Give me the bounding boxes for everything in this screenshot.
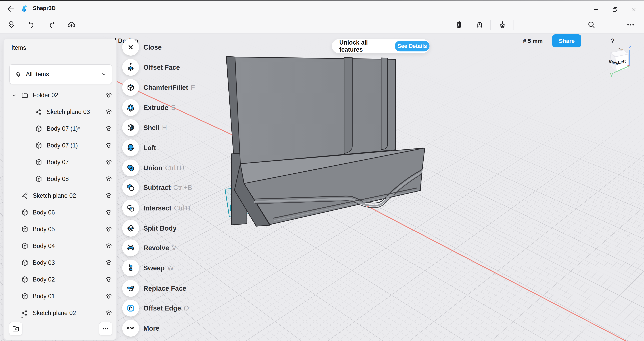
cloud-sync-icon[interactable] — [64, 16, 80, 33]
tree-item-body-08[interactable]: Body 08 — [4, 171, 117, 187]
tool-revolve[interactable]: RevolveV — [122, 240, 176, 256]
undo-button[interactable] — [24, 16, 40, 33]
tree-item-label: Sketch plane 02 — [33, 192, 76, 199]
clipped-item-partial — [19, 316, 26, 318]
tool-offset-face[interactable]: Offset Face — [122, 59, 180, 76]
close-window-button[interactable] — [624, 2, 643, 17]
visibility-eye-icon[interactable] — [105, 225, 113, 233]
union-icon — [126, 163, 135, 173]
expander-chevron-icon[interactable] — [11, 92, 17, 98]
tree-item-label: Body 07 (1)* — [46, 125, 80, 132]
visibility-eye-icon[interactable] — [105, 141, 113, 149]
visibility-eye-icon[interactable] — [105, 208, 113, 217]
snapping-magnet-icon[interactable] — [472, 16, 488, 33]
tool-label: Offset Edge — [144, 305, 181, 312]
tool-offset-edge[interactable]: Offset EdgeO — [122, 300, 189, 317]
tool-loft[interactable]: Loft — [122, 139, 156, 156]
back-button[interactable] — [6, 5, 16, 13]
tool-subtract[interactable]: SubtractCtrl+B — [122, 179, 192, 196]
more-options-icon[interactable] — [622, 16, 639, 33]
visibility-eye-icon[interactable] — [105, 259, 113, 267]
body-cube-icon — [21, 225, 29, 234]
tree-item-folder-02[interactable]: Folder 02 — [4, 87, 117, 104]
tool-label: Close — [144, 43, 162, 51]
units-setting[interactable]: # 5 mm — [521, 35, 545, 47]
visibility-eye-icon[interactable] — [105, 242, 113, 250]
tree-item-body-01[interactable]: Body 01 — [4, 288, 117, 305]
tree-item-label: Body 04 — [33, 243, 55, 250]
tree-item-body-02[interactable]: Body 02 — [4, 271, 117, 288]
tool-shell[interactable]: ShellH — [122, 119, 167, 136]
visibility-eye-icon[interactable] — [105, 292, 113, 300]
offset-edge-icon — [126, 304, 135, 313]
orientation-cube[interactable]: Top Back Left z y — [602, 44, 641, 77]
items-panel-title: Items — [12, 44, 26, 51]
tree-item-body-04[interactable]: Body 04 — [4, 238, 117, 254]
tree-item-body-07-1-[interactable]: Body 07 (1)* — [4, 120, 117, 137]
tool-chamfer-fillet[interactable]: Chamfer/FilletF — [122, 79, 195, 96]
tree-item-sketch-plane-02[interactable]: Sketch plane 02 — [4, 187, 117, 204]
visibility-eye-icon[interactable] — [105, 125, 113, 133]
section-view-icon[interactable] — [451, 16, 467, 33]
tree-item-body-07-1-[interactable]: Body 07 (1) — [4, 137, 117, 154]
tool-close[interactable]: Close — [122, 39, 162, 56]
tree-item-body-05[interactable]: Body 05 — [4, 221, 117, 238]
sidebar-more-button[interactable] — [99, 322, 112, 336]
tool-extrude[interactable]: ExtrudeE — [122, 99, 176, 116]
tool-shortcut: E — [171, 104, 176, 111]
tool-split-body[interactable]: Split Body — [122, 220, 176, 237]
visibility-eye-icon[interactable] — [105, 108, 113, 116]
tool-sweep[interactable]: SweepW — [122, 260, 174, 276]
tool-union[interactable]: UnionCtrl+U — [122, 160, 184, 176]
visibility-eye-icon[interactable] — [105, 91, 113, 99]
tool-intersect[interactable]: IntersectCtrl+I — [122, 200, 190, 217]
items-filter-dropdown[interactable]: All Items — [10, 64, 112, 84]
tool-shortcut: Ctrl+B — [173, 184, 192, 191]
titlebar: Shapr3D — [0, 1, 644, 16]
model-body[interactable] — [226, 56, 425, 226]
body-cube-icon — [35, 175, 42, 183]
body-cube-icon — [35, 125, 42, 133]
tool-shortcut: W — [167, 264, 174, 272]
restore-button[interactable] — [606, 2, 624, 17]
chamfer-fillet-icon — [126, 83, 135, 92]
share-button[interactable]: Share — [552, 34, 581, 47]
minimize-button[interactable] — [586, 2, 606, 17]
grid-settings-icon[interactable] — [494, 16, 510, 33]
visibility-eye-icon[interactable] — [105, 192, 113, 200]
history-steps-icon[interactable] — [3, 16, 20, 33]
revolve-icon — [126, 243, 135, 253]
tool-label: Loft — [144, 144, 156, 152]
tool-label: Sweep — [144, 264, 165, 272]
shell-icon — [126, 123, 135, 132]
close-icon — [126, 42, 135, 52]
tree-item-label: Sketch plane 03 — [46, 108, 90, 115]
tree-item-body-03[interactable]: Body 03 — [4, 254, 117, 271]
tool-label: Chamfer/Fillet — [144, 84, 188, 91]
see-details-button[interactable]: See Details — [395, 41, 430, 51]
unlock-features-text: Unlock all features — [339, 39, 391, 53]
tree-item-body-07[interactable]: Body 07 — [4, 154, 117, 171]
tree-item-body-06[interactable]: Body 06 — [4, 204, 117, 221]
tool-label: Split Body — [144, 225, 176, 232]
shapr3d-logo-icon — [20, 4, 29, 13]
visibility-eye-icon[interactable] — [105, 175, 113, 183]
model-wall-groove-1 — [344, 57, 352, 153]
visibility-eye-icon[interactable] — [105, 276, 113, 284]
tool-label: Union — [144, 164, 162, 172]
redo-button[interactable] — [44, 16, 60, 33]
add-folder-button[interactable] — [9, 322, 22, 336]
tree-item-sketch-plane-03[interactable]: Sketch plane 03 — [4, 104, 117, 120]
tree-item-label: Body 06 — [33, 209, 55, 216]
toolbar-separator — [514, 19, 514, 30]
tree-item-label: Body 02 — [33, 276, 55, 283]
tool-label: More — [144, 325, 160, 332]
tool-replace-face[interactable]: Replace Face — [122, 280, 186, 297]
toolbar: Unnamed Design # 5 mm Share ? — [0, 16, 644, 33]
visibility-eye-icon[interactable] — [105, 158, 113, 166]
tree-item-label: Body 07 (1) — [46, 142, 78, 149]
search-icon[interactable] — [583, 16, 600, 33]
tool-more[interactable]: More — [122, 320, 160, 337]
visibility-eye-icon[interactable] — [105, 309, 113, 317]
tool-label: Subtract — [144, 184, 170, 191]
